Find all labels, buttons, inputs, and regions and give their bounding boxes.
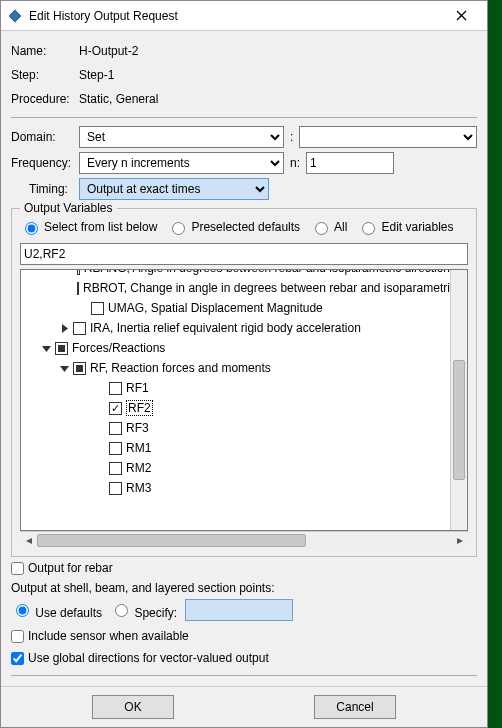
chevron-down-icon[interactable] — [57, 361, 71, 375]
timing-select[interactable]: Output at exact times — [79, 178, 269, 200]
domain-select[interactable]: Set — [79, 126, 284, 148]
tree-item[interactable]: RF2 — [21, 398, 450, 418]
tree-item-label: RF1 — [126, 381, 149, 395]
tree-checkbox[interactable] — [73, 362, 86, 375]
tree-checkbox[interactable] — [109, 482, 122, 495]
tree-item[interactable]: RM3 — [21, 478, 450, 498]
dialog-content: Name: H-Output-2 Step: Step-1 Procedure:… — [1, 31, 487, 686]
output-variables-title: Output Variables — [20, 201, 117, 215]
svg-marker-4 — [62, 324, 68, 333]
dialog-buttons: OK Cancel — [1, 686, 487, 727]
dialog-edit-history-output: Edit History Output Request Name: H-Outp… — [0, 0, 488, 728]
close-button[interactable] — [441, 2, 481, 30]
twisty-none — [93, 461, 107, 475]
close-icon — [456, 10, 467, 21]
tree-checkbox[interactable] — [73, 322, 86, 335]
svg-marker-6 — [60, 366, 69, 372]
include-sensor-label: Include sensor when available — [28, 629, 189, 643]
window-title: Edit History Output Request — [29, 9, 441, 23]
tree-item[interactable]: RBANG, Angle in degrees between rebar an… — [21, 270, 450, 278]
procedure-label: Procedure: — [11, 92, 79, 106]
tree-checkbox[interactable] — [91, 302, 104, 315]
ok-button[interactable]: OK — [92, 695, 174, 719]
separator — [11, 117, 477, 118]
variable-tree[interactable]: RBANG, Angle in degrees between rebar an… — [21, 270, 450, 530]
tree-item[interactable]: RM1 — [21, 438, 450, 458]
mode-all[interactable]: All — [310, 219, 347, 235]
tree-item-label: Forces/Reactions — [72, 341, 165, 355]
tree-item-label: RM3 — [126, 481, 151, 495]
separator-bottom — [11, 675, 477, 676]
chevron-down-icon[interactable] — [39, 341, 53, 355]
twisty-none — [93, 421, 107, 435]
vertical-scrollbar[interactable] — [450, 270, 467, 530]
horizontal-scrollbar[interactable]: ◂ ▸ — [20, 531, 468, 548]
tree-item-label: RBANG, Angle in degrees between rebar an… — [84, 270, 450, 275]
output-for-rebar-label: Output for rebar — [28, 561, 113, 575]
scroll-right-icon[interactable]: ▸ — [451, 533, 468, 548]
output-variables-group: Output Variables Select from list below … — [11, 208, 477, 557]
tree-checkbox[interactable] — [109, 422, 122, 435]
n-label: n: — [290, 156, 300, 170]
tree-item[interactable]: RBROT, Change in angle in degrees betwee… — [21, 278, 450, 298]
tree-checkbox[interactable] — [109, 382, 122, 395]
global-directions-label: Use global directions for vector-valued … — [28, 651, 269, 665]
use-defaults-radio[interactable]: Use defaults — [11, 601, 102, 620]
specify-input[interactable] — [185, 599, 293, 621]
tree-item[interactable]: RF1 — [21, 378, 450, 398]
scrollbar-thumb[interactable] — [453, 360, 465, 480]
twisty-none — [93, 401, 107, 415]
tree-item-label: RM2 — [126, 461, 151, 475]
variable-tree-container: RBANG, Angle in degrees between rebar an… — [20, 269, 468, 531]
cancel-button[interactable]: Cancel — [314, 695, 396, 719]
selected-variables-input[interactable] — [20, 243, 468, 265]
domain-set-select[interactable] — [299, 126, 477, 148]
tree-checkbox[interactable] — [109, 462, 122, 475]
n-input[interactable] — [306, 152, 394, 174]
tree-checkbox[interactable] — [109, 402, 122, 415]
frequency-select[interactable]: Every n increments — [79, 152, 284, 174]
twisty-none — [93, 441, 107, 455]
output-for-rebar-checkbox[interactable] — [11, 562, 24, 575]
specify-radio[interactable]: Specify: — [110, 601, 177, 620]
tree-item[interactable]: RF3 — [21, 418, 450, 438]
tree-item-label: IRA, Inertia relief equivalent rigid bod… — [90, 321, 361, 335]
variable-mode-radios: Select from list below Preselected defau… — [20, 219, 468, 235]
tree-item[interactable]: Forces/Reactions — [21, 338, 450, 358]
svg-marker-0 — [8, 9, 22, 23]
step-value: Step-1 — [79, 68, 477, 82]
tree-checkbox[interactable] — [109, 442, 122, 455]
titlebar: Edit History Output Request — [1, 1, 487, 31]
tree-item[interactable]: IRA, Inertia relief equivalent rigid bod… — [21, 318, 450, 338]
tree-item-label: RBROT, Change in angle in degrees betwee… — [83, 281, 450, 295]
tree-item[interactable]: UMAG, Spatial Displacement Magnitude — [21, 298, 450, 318]
tree-item-label: RM1 — [126, 441, 151, 455]
tree-item-label: RF2 — [126, 400, 153, 416]
scroll-left-icon[interactable]: ◂ — [20, 533, 37, 548]
twisty-none — [93, 481, 107, 495]
tree-checkbox[interactable] — [55, 342, 68, 355]
tree-item[interactable]: RF, Reaction forces and moments — [21, 358, 450, 378]
name-label: Name: — [11, 44, 79, 58]
hscroll-thumb[interactable] — [37, 534, 306, 547]
include-sensor-checkbox[interactable] — [11, 630, 24, 643]
name-value: H-Output-2 — [79, 44, 477, 58]
mode-edit[interactable]: Edit variables — [357, 219, 453, 235]
tree-item-label: UMAG, Spatial Displacement Magnitude — [108, 301, 323, 315]
procedure-value: Static, General — [79, 92, 477, 106]
svg-marker-5 — [42, 346, 51, 352]
mode-preselected[interactable]: Preselected defaults — [167, 219, 300, 235]
global-directions-checkbox[interactable] — [11, 652, 24, 665]
twisty-none — [75, 301, 89, 315]
app-icon — [7, 8, 23, 24]
domain-colon: : — [284, 130, 299, 144]
mode-select-from-list[interactable]: Select from list below — [20, 219, 157, 235]
tree-checkbox[interactable] — [77, 270, 79, 275]
tree-item[interactable]: RM2 — [21, 458, 450, 478]
section-points-label: Output at shell, beam, and layered secti… — [11, 581, 477, 595]
tree-checkbox[interactable] — [77, 282, 79, 295]
domain-label: Domain: — [11, 130, 79, 144]
twisty-none — [93, 381, 107, 395]
frequency-label: Frequency: — [11, 156, 79, 170]
chevron-right-icon[interactable] — [57, 321, 71, 335]
